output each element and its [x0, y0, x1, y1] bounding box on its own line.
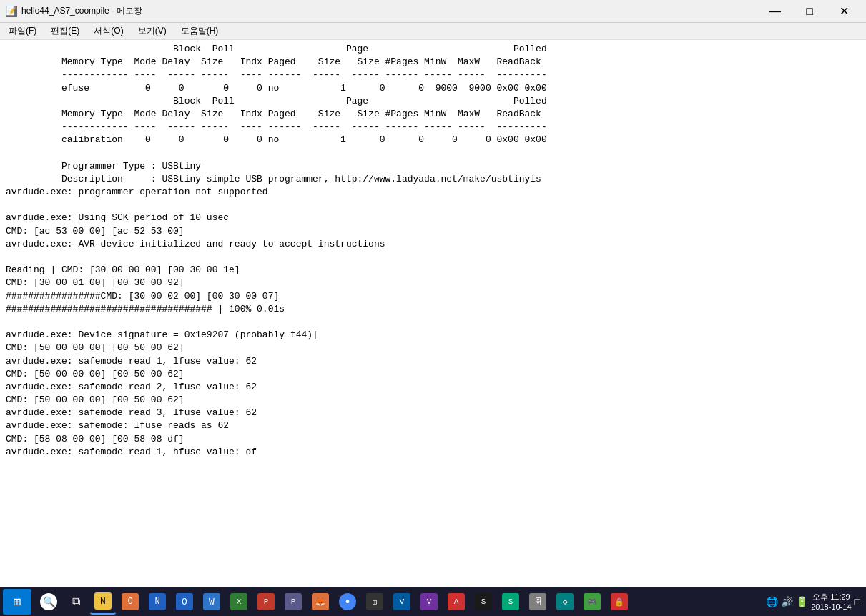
app5-taskbar[interactable]: X — [226, 589, 252, 615]
app6-taskbar[interactable]: P — [253, 589, 279, 615]
taskbar-right: 🌐 🔊 🔋 오후 11:29 2018-10-14 □ — [766, 592, 863, 612]
title-bar: 📝 hello44_AS7_coompile - 메모장 — □ ✕ — [0, 0, 866, 23]
app7-icon: P — [285, 593, 302, 610]
app16-icon: 🗄 — [529, 593, 546, 610]
app5-icon: X — [230, 593, 247, 610]
taskbar: ⊞ 🔍 ⧉ N C N O W X — [0, 587, 866, 616]
app14-taskbar[interactable]: S — [471, 589, 496, 615]
app7-taskbar[interactable]: P — [280, 589, 306, 615]
title-controls: — □ ✕ — [759, 0, 860, 23]
app-icon: 📝 — [6, 6, 17, 17]
start-icon: ⊞ — [14, 594, 21, 610]
app6-icon: P — [257, 593, 275, 610]
close-button[interactable]: ✕ — [827, 0, 860, 23]
app16-taskbar[interactable]: 🗄 — [525, 589, 551, 615]
app8-icon: 🦊 — [312, 593, 329, 610]
app9-icon: ● — [339, 593, 356, 610]
app11-taskbar[interactable]: V — [389, 589, 415, 615]
notepad-taskbar[interactable]: N — [90, 589, 116, 615]
app8-taskbar[interactable]: 🦊 — [307, 589, 333, 615]
task-view-button[interactable]: ⧉ — [63, 589, 89, 615]
app11-icon: V — [393, 593, 410, 610]
start-button[interactable]: ⊞ — [3, 589, 31, 615]
app18-taskbar[interactable]: 🎮 — [579, 589, 605, 615]
window-title: hello44_AS7_coompile - 메모장 — [21, 5, 142, 17]
search-icon: 🔍 — [40, 593, 57, 610]
app3-icon: O — [176, 593, 193, 610]
app4-taskbar[interactable]: W — [199, 589, 225, 615]
app2-taskbar[interactable]: N — [144, 589, 170, 615]
task-view-icon: ⧉ — [67, 593, 84, 610]
content-text: Block Poll Page Polled Memory Type Mode … — [6, 43, 860, 459]
menu-file[interactable]: 파일(F) — [3, 24, 42, 39]
app17-icon: ⚙ — [556, 593, 574, 610]
search-button[interactable]: 🔍 — [36, 589, 61, 615]
clock-date: 2018-10-14 — [811, 602, 851, 612]
app3-taskbar[interactable]: O — [172, 589, 197, 615]
app1-icon: C — [122, 593, 139, 610]
menu-help[interactable]: 도움말(H) — [175, 24, 225, 39]
app2-icon: N — [149, 593, 166, 610]
minimize-button[interactable]: — — [759, 0, 792, 23]
app18-icon: 🎮 — [584, 593, 601, 610]
menu-format[interactable]: 서식(O) — [88, 24, 129, 39]
network-icon: 🌐 — [766, 596, 778, 607]
content-area[interactable]: Block Poll Page Polled Memory Type Mode … — [0, 40, 866, 587]
app1-taskbar[interactable]: C — [117, 589, 143, 615]
clock-time: 오후 11:29 — [811, 592, 851, 602]
app10-taskbar[interactable]: ⊞ — [362, 589, 388, 615]
system-clock[interactable]: 오후 11:29 2018-10-14 — [811, 592, 851, 612]
battery-icon: 🔋 — [796, 596, 808, 607]
app15-taskbar[interactable]: S — [498, 589, 523, 615]
menu-edit[interactable]: 편집(E) — [45, 24, 85, 39]
app14-icon: S — [475, 593, 492, 610]
app19-taskbar[interactable]: 🔒 — [606, 589, 632, 615]
app15-icon: S — [502, 593, 519, 610]
app19-icon: 🔒 — [611, 593, 628, 610]
app10-icon: ⊞ — [366, 593, 383, 610]
notepad-icon: N — [94, 592, 112, 610]
app17-taskbar[interactable]: ⚙ — [552, 589, 578, 615]
menu-bar: 파일(F) 편집(E) 서식(O) 보기(V) 도움말(H) — [0, 23, 866, 40]
app13-icon: A — [448, 593, 465, 610]
app12-icon: V — [420, 593, 438, 610]
volume-icon: 🔊 — [781, 596, 793, 607]
menu-view[interactable]: 보기(V) — [132, 24, 172, 39]
maximize-button[interactable]: □ — [793, 0, 826, 23]
app9-taskbar[interactable]: ● — [335, 589, 360, 615]
app13-taskbar[interactable]: A — [443, 589, 469, 615]
title-bar-left: 📝 hello44_AS7_coompile - 메모장 — [6, 5, 142, 17]
app12-taskbar[interactable]: V — [416, 589, 442, 615]
notification-icon: □ — [855, 596, 860, 607]
app4-icon: W — [203, 593, 220, 610]
